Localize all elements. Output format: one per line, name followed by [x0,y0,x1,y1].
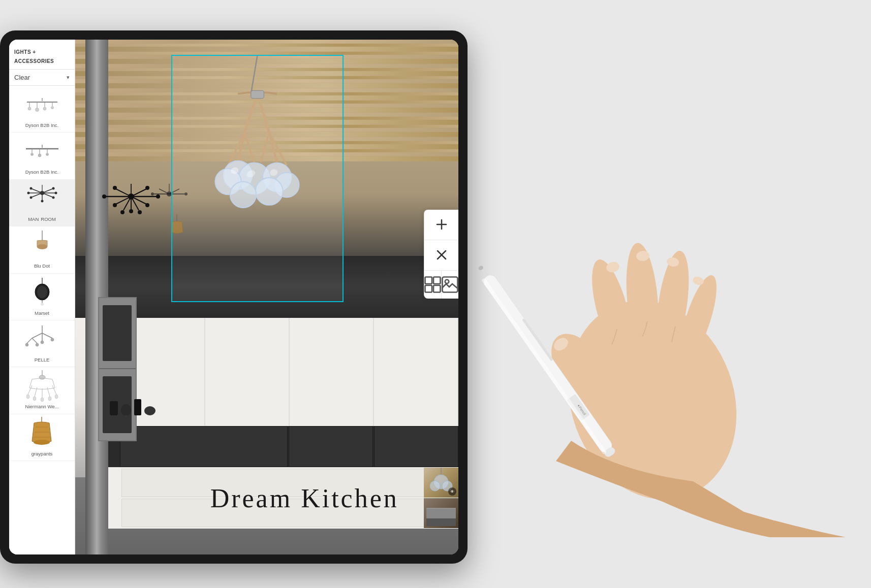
toolbar [424,210,458,299]
svg-point-144 [692,275,705,286]
svg-line-72 [116,189,131,197]
svg-point-135 [541,277,764,523]
chandelier-icon-2 [22,145,63,159]
svg-text:✦Pencil: ✦Pencil [576,403,586,416]
chandelier-icon-5 [29,278,55,308]
preview-thumb-2[interactable] [424,498,458,529]
sidebar-title: IGHTS + ACCESSORIES [14,49,54,64]
item-image [22,90,63,120]
svg-rect-132 [426,508,456,518]
item-image [22,137,63,167]
chandelier-icon-1 [22,98,63,112]
svg-point-60 [41,398,44,402]
svg-point-32 [52,197,54,199]
main-canvas: Dream Kitchen [75,40,458,554]
svg-rect-133 [426,518,456,526]
brand-label: MAN [28,216,39,222]
svg-point-84 [145,203,149,207]
svg-point-17 [46,153,48,156]
svg-line-25 [42,193,52,197]
item-label: Niermann We... [25,404,59,409]
ipad-frame: IGHTS + ACCESSORIES Clear ▾ [0,30,468,564]
svg-rect-149 [567,394,590,420]
chandelier-icon-6 [22,325,63,353]
svg-point-29 [29,187,32,190]
svg-point-30 [52,187,54,190]
image-view-button[interactable] [442,271,458,299]
svg-point-139 [651,249,695,358]
apple-pencil-svg: ✦Pencil [439,156,846,537]
svg-point-87 [138,210,142,214]
filter-label: Clear [14,74,67,81]
svg-rect-125 [433,285,441,292]
svg-rect-122 [425,277,432,284]
svg-point-82 [145,186,149,190]
svg-point-38 [37,286,47,298]
svg-point-142 [636,250,650,262]
preview-thumb-1[interactable]: 👁 [424,468,458,498]
svg-point-48 [36,343,39,346]
filter-bar[interactable]: Clear ▾ [9,70,75,86]
svg-point-62 [55,395,58,399]
svg-point-49 [51,338,54,341]
item-label: PELLE [35,357,50,363]
sidebar-item[interactable]: MAN ROOM [9,180,75,226]
svg-point-35 [37,244,47,249]
item-image [22,371,63,402]
svg-point-136 [539,323,623,416]
svg-point-130 [430,481,440,491]
dream-kitchen-label: Dream Kitchen [210,483,399,513]
thumb-kitchen-icon [424,498,458,529]
svg-point-59 [33,397,36,401]
item-image [22,278,63,308]
sidebar-item[interactable]: Blu Dot [9,226,75,273]
sidebar-items-list: Dyson B2B Inc. [9,86,75,554]
svg-point-83 [113,203,117,207]
svg-line-24 [32,193,42,197]
item-label: graypants [32,451,53,456]
svg-line-23 [42,189,52,193]
remove-button[interactable] [424,240,458,271]
svg-point-6 [28,107,31,110]
svg-point-141 [605,260,620,274]
svg-point-47 [25,343,28,346]
svg-point-80 [156,194,160,199]
canvas-chandelier-selected[interactable] [171,55,344,302]
svg-point-61 [48,397,51,401]
item-label: Marset [35,310,49,316]
sidebar-item[interactable]: Marset [9,274,75,320]
add-button[interactable] [424,210,458,240]
chevron-down-icon: ▾ [67,74,70,81]
sidebar-item[interactable]: Niermann We... [9,367,75,414]
chandelier-icon-8 [28,417,56,450]
svg-point-140 [672,272,724,366]
item-image [22,418,63,449]
item-label: ROOM [41,216,56,222]
svg-point-33 [41,200,43,203]
item-label: Dyson B2B Inc. [25,169,58,175]
hand-svg [439,156,846,537]
sidebar: IGHTS + ACCESSORIES Clear ▾ [9,40,75,554]
sidebar-item[interactable]: graypants [9,414,75,461]
lower-cabinet-dark [102,426,458,467]
chandelier-icon-4 [29,231,55,261]
toolbar-bottom-row [424,271,458,299]
preview-thumbnails: 👁 [424,468,458,529]
svg-rect-124 [425,285,432,292]
page-wrapper: IGHTS + ACCESSORIES Clear ▾ [0,0,871,588]
grid-view-button[interactable] [424,271,441,299]
svg-rect-123 [433,277,441,284]
sidebar-item[interactable]: PELLE [9,320,75,367]
item-image [22,231,63,261]
svg-rect-152 [522,318,553,362]
svg-point-137 [584,256,640,362]
svg-point-145 [551,335,570,353]
svg-rect-148 [603,446,617,459]
svg-line-43 [42,333,52,338]
svg-point-9 [51,107,53,109]
svg-point-27 [27,192,29,194]
sidebar-item[interactable]: Dyson B2B Inc. [9,86,75,133]
item-label: Dyson B2B Inc. [25,122,58,128]
svg-point-81 [113,186,117,190]
sidebar-item[interactable]: Dyson B2B Inc. [9,133,75,179]
